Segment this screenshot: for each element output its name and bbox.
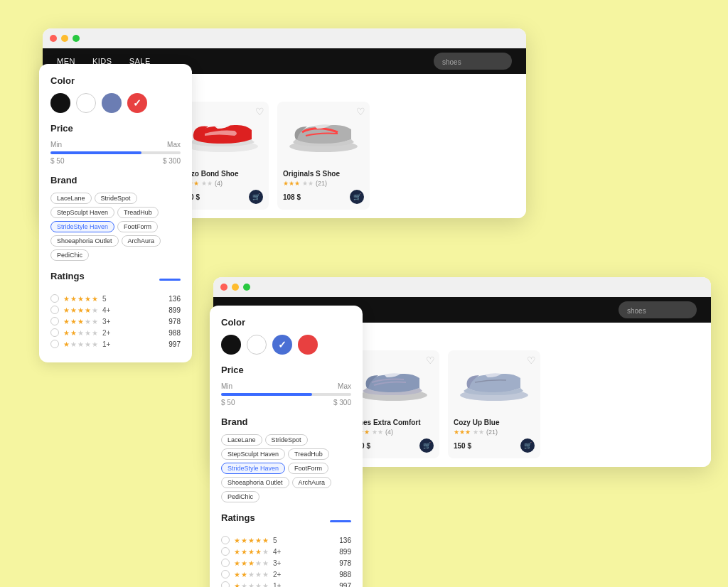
search-bar-back[interactable]: shoes — [434, 53, 512, 70]
brand-shoeaphoria-back[interactable]: Shoeaphoria Outlet — [50, 235, 119, 247]
cart-btn-originals-s[interactable]: 🛒 — [350, 190, 364, 204]
brand-archaura-front[interactable]: ArchAura — [292, 477, 332, 488]
brand-stridestyle-back[interactable]: StrideStyle Haven — [50, 221, 114, 232]
rating-label-1-front: 1+ — [273, 582, 283, 588]
stars-4-back: ★★★★★ — [63, 306, 98, 314]
product-card-originals-s: ♡ Originals S Shoe ★★★ ★ — [277, 102, 370, 210]
dot-red-front[interactable] — [220, 284, 228, 291]
rating-row-4-front[interactable]: ★★★★★ 4+ 899 — [221, 547, 351, 556]
stars-2-front: ★★★★★ — [234, 571, 269, 578]
rating-label-4-front: 4+ — [273, 548, 283, 556]
rating-radio-4-front[interactable] — [221, 547, 230, 556]
brand-stepsculpt-back[interactable]: StepSculpt Haven — [50, 207, 114, 218]
dot-red-back[interactable] — [50, 35, 57, 42]
brand-stridespot-front[interactable]: StrideSpot — [265, 434, 308, 446]
shoe-image-lines-extra — [354, 361, 432, 404]
ratings-bar-front — [330, 520, 351, 522]
rating-radio-2-back[interactable] — [50, 328, 59, 337]
rating-radio-1-back[interactable] — [50, 340, 59, 348]
brand-footform-back[interactable]: FootForm — [117, 221, 158, 232]
stars-1-front: ★★★★★ — [234, 582, 269, 588]
rating-count-1-back: 997 — [168, 340, 181, 348]
brand-lacelane-back[interactable]: LaceLane — [50, 193, 92, 204]
rating-radio-5-back[interactable] — [50, 294, 59, 303]
rating-row-4-back[interactable]: ★★★★★ 4+ 899 — [50, 306, 181, 314]
rating-radio-3-front[interactable] — [221, 559, 230, 567]
brand-section-back: Brand LaceLane StrideSpot StepSculpt Hav… — [50, 175, 181, 261]
brand-shoeaphoria-front[interactable]: Shoeaphoria Outlet — [221, 477, 289, 488]
brand-treadhub-front[interactable]: TreadHub — [288, 448, 329, 460]
search-text-front: shoes — [627, 307, 646, 315]
brand-pedichic-front[interactable]: PediChic — [221, 491, 259, 502]
swatch-black-back[interactable] — [50, 93, 70, 113]
product-name-enzo-bond: Enzo Bond Shoe — [182, 170, 263, 178]
empty-stars-originals-s: ★★ — [302, 180, 314, 187]
rating-row-3-back[interactable]: ★★★★★ 3+ 978 — [50, 317, 181, 325]
brand-stepsculpt-front[interactable]: StepSculpt Haven — [221, 448, 285, 460]
rating-row-5-back[interactable]: ★★★★★ 5 136 — [50, 294, 181, 303]
titlebar-front — [213, 277, 711, 297]
price-bar-front[interactable] — [221, 393, 351, 396]
swatch-red-front[interactable] — [298, 335, 318, 355]
brand-stridespot-back[interactable]: StrideSpot — [95, 193, 137, 204]
stars-5-front: ★★★★★ — [234, 537, 269, 544]
swatch-red-back[interactable]: ✓ — [127, 93, 147, 113]
brand-stridestyle-front[interactable]: StrideStyle Haven — [221, 463, 285, 474]
heart-btn-enzo-bond[interactable]: ♡ — [255, 106, 264, 117]
rating-label-1-back: 1+ — [102, 340, 112, 348]
product-footer-cozy-up: 150 $ 🛒 — [454, 438, 535, 453]
rating-row-1-back[interactable]: ★★★★★ 1+ 997 — [50, 340, 181, 348]
swatch-black-front[interactable] — [221, 335, 241, 355]
price-min-value-back: $ 50 — [50, 157, 64, 165]
cart-btn-enzo-bond[interactable]: 🛒 — [249, 190, 263, 204]
price-min-label-front: Min — [221, 382, 232, 390]
price-bar-fill-front — [221, 393, 312, 396]
rating-radio-3-back[interactable] — [50, 317, 59, 325]
swatch-white-front[interactable] — [247, 335, 267, 355]
brand-treadhub-back[interactable]: TreadHub — [117, 207, 159, 218]
filter-panel-front: Color ✓ Price Min Max $ 50 $ 300 Brand L… — [210, 306, 363, 587]
color-title-back: Color — [50, 75, 181, 86]
product-name-cozy-up: Cozy Up Blue — [454, 419, 535, 426]
product-footer-enzo-bond: 100 $ 🛒 — [182, 190, 263, 204]
brand-archaura-back[interactable]: ArchAura — [122, 235, 161, 247]
rating-row-3-front[interactable]: ★★★★★ 3+ 978 — [221, 559, 351, 567]
swatch-check-back: ✓ — [133, 97, 141, 109]
color-swatches-front: ✓ — [221, 335, 351, 355]
swatch-blue-back[interactable] — [102, 93, 122, 113]
dot-yellow-front[interactable] — [232, 284, 239, 291]
rating-radio-2-front[interactable] — [221, 570, 230, 578]
heart-btn-cozy-up[interactable]: ♡ — [527, 355, 536, 366]
rating-radio-4-back[interactable] — [50, 306, 59, 314]
rating-label-5-front: 5 — [273, 537, 283, 544]
rating-radio-5-front[interactable] — [221, 536, 230, 544]
filter-panel-back: Color ✓ Price Min Max $ 50 $ 300 Brand L… — [39, 64, 192, 362]
cart-btn-cozy-up[interactable]: 🛒 — [520, 438, 535, 453]
rating-count-1-front: 997 — [339, 582, 351, 588]
price-max-value-front: $ 300 — [333, 399, 351, 406]
cart-btn-lines-extra[interactable]: 🛒 — [419, 438, 434, 453]
rating-row-2-back[interactable]: ★★★★★ 2+ 988 — [50, 328, 181, 337]
price-bar-fill-back — [50, 151, 141, 154]
dot-green-front[interactable] — [243, 284, 250, 291]
heart-btn-originals-s[interactable]: ♡ — [356, 106, 365, 117]
rating-label-5-back: 5 — [102, 295, 112, 303]
brand-lacelane-front[interactable]: LaceLane — [221, 434, 262, 446]
rating-row-5-front[interactable]: ★★★★★ 5 136 — [221, 536, 351, 544]
dot-green-back[interactable] — [73, 35, 80, 42]
rating-row-1-front[interactable]: ★★★★★ 1+ 997 — [221, 581, 351, 587]
heart-btn-lines-extra[interactable]: ♡ — [426, 355, 435, 366]
brand-footform-front[interactable]: FootForm — [288, 463, 328, 474]
price-bar-back[interactable] — [50, 151, 181, 154]
ratings-header-back: Ratings — [50, 271, 181, 289]
rating-row-2-front[interactable]: ★★★★★ 2+ 988 — [221, 570, 351, 578]
dot-yellow-back[interactable] — [61, 35, 68, 42]
swatch-blue-front[interactable]: ✓ — [272, 335, 292, 355]
rating-count-5-front: 136 — [339, 537, 351, 544]
search-bar-front[interactable]: shoes — [619, 301, 697, 318]
price-section-back: Price Min Max $ 50 $ 300 — [50, 123, 181, 165]
swatch-white-back[interactable] — [76, 93, 96, 113]
product-img-originals-s: ♡ — [277, 102, 370, 166]
rating-radio-1-front[interactable] — [221, 581, 230, 587]
brand-pedichic-back[interactable]: PediChic — [50, 249, 89, 261]
